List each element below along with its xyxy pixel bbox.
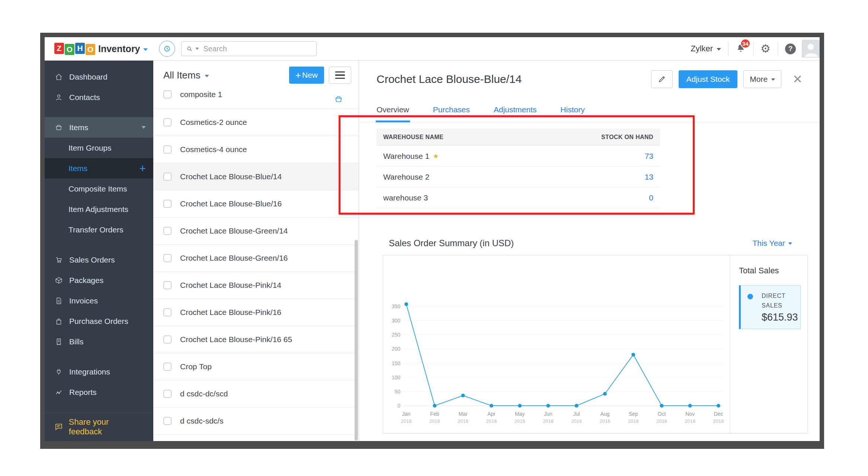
tab-history[interactable]: History — [560, 105, 584, 122]
basket-icon — [55, 123, 63, 132]
items-filter-dropdown[interactable]: All Items — [163, 70, 209, 81]
zoho-logo-icon: ZOHO — [54, 43, 95, 55]
basket-icon — [334, 95, 343, 104]
sidebar-item-packages[interactable]: Packages — [45, 270, 153, 290]
svg-text:Jun: Jun — [544, 411, 552, 417]
sidebar-item-items[interactable]: Items — [45, 117, 153, 138]
item-checkbox[interactable] — [163, 390, 172, 398]
stock-on-hand-link[interactable]: 73 — [645, 152, 653, 161]
col-warehouse-name: WAREHOUSE NAME — [383, 134, 443, 141]
svg-text:100: 100 — [392, 374, 401, 380]
more-label: More — [750, 75, 768, 84]
sidebar-item-label: Items — [68, 164, 87, 173]
share-feedback-button[interactable]: Share your feedback — [45, 412, 153, 441]
item-checkbox[interactable] — [163, 200, 172, 208]
list-menu-button[interactable] — [329, 67, 351, 84]
list-item[interactable]: Crochet Lace Blouse-Green/14 — [153, 218, 359, 245]
direct-sales-card[interactable]: DIRECT SALES $615.93 — [739, 285, 801, 329]
list-item[interactable]: Cosmetics-2 ounce — [153, 109, 359, 136]
tab-adjustments[interactable]: Adjustments — [494, 105, 537, 122]
sidebar-item-item-adjustments[interactable]: Item Adjustments — [45, 199, 153, 219]
table-row[interactable]: warehouse 3 0 — [377, 187, 660, 208]
stock-on-hand-link[interactable]: 0 — [649, 193, 653, 202]
notifications-button[interactable]: 34 — [736, 43, 746, 55]
list-item[interactable]: d csdc-dc/scd — [153, 380, 359, 408]
item-name: Crochet Lace Blouse-Pink/16 — [180, 308, 281, 317]
recent-activity-button[interactable] — [159, 41, 175, 57]
list-item[interactable]: Crop Top — [153, 353, 359, 380]
svg-text:0: 0 — [397, 403, 400, 409]
search-scope-caret-icon[interactable] — [195, 48, 199, 50]
item-checkbox[interactable] — [163, 254, 172, 262]
new-item-button[interactable]: + New — [289, 67, 324, 84]
sidebar-item-item-groups[interactable]: Item Groups — [45, 138, 153, 158]
divider — [753, 41, 753, 56]
list-scrollbar[interactable] — [355, 240, 358, 441]
sidebar-item-bills[interactable]: Bills — [45, 331, 153, 352]
item-checkbox[interactable] — [163, 173, 172, 181]
svg-text:300: 300 — [392, 318, 401, 324]
close-icon[interactable]: ✕ — [792, 73, 803, 85]
stock-on-hand-link[interactable]: 13 — [645, 173, 653, 181]
sales-summary-section: Sales Order Summary (in USD) This Year 0… — [383, 238, 808, 434]
list-item[interactable]: Cosmetics-4 ounce — [153, 136, 359, 163]
svg-text:Jan: Jan — [402, 411, 411, 417]
svg-text:350: 350 — [392, 303, 401, 309]
sidebar-item-contacts[interactable]: Contacts — [45, 87, 153, 107]
list-item[interactable]: Crochet Lace Blouse-Pink/16 65 — [153, 326, 359, 353]
list-item[interactable]: Crochet Lace Blouse-Pink/16 — [153, 299, 359, 326]
tab-overview[interactable]: Overview — [377, 105, 409, 122]
list-item[interactable]: Crochet Lace Blouse-Blue/14 — [153, 163, 359, 190]
table-row[interactable]: Warehouse 1 ★ 73 — [377, 146, 660, 167]
table-row[interactable]: Warehouse 2 13 — [377, 167, 660, 187]
home-icon — [55, 73, 63, 81]
sidebar-item-label: Packages — [69, 276, 103, 285]
item-checkbox[interactable] — [163, 363, 172, 371]
item-name: d csdc-sdc/s — [180, 416, 224, 425]
item-checkbox[interactable] — [163, 335, 172, 344]
edit-button[interactable] — [651, 70, 673, 88]
item-checkbox[interactable] — [163, 417, 172, 425]
item-checkbox[interactable] — [163, 145, 172, 154]
item-checkbox[interactable] — [163, 90, 172, 99]
sidebar-item-transfer-orders[interactable]: Transfer Orders — [45, 219, 153, 240]
chevron-down-icon — [717, 48, 721, 51]
zoho-inventory-logo[interactable]: ZOHO Inventory — [54, 43, 148, 55]
list-item[interactable]: d csdc-sdc/s — [153, 408, 359, 435]
item-checkbox[interactable] — [163, 118, 172, 126]
sidebar-item-composite-items[interactable]: Composite Items — [45, 178, 153, 199]
items-list-panel: All Items + New composite 1 Cosmetics-2 … — [153, 61, 359, 441]
search-input[interactable]: Search — [181, 41, 317, 56]
detail-tabs: OverviewPurchasesAdjustmentsHistory — [359, 105, 820, 122]
brand-product-name: Inventory — [98, 44, 140, 54]
item-checkbox[interactable] — [163, 308, 172, 316]
list-item[interactable]: Crochet Lace Blouse-Blue/16 — [153, 190, 359, 218]
list-item[interactable]: Crochet Lace Blouse-Pink/14 — [153, 272, 359, 299]
total-sales-value: $615.93 — [762, 312, 798, 323]
adjust-stock-button[interactable]: Adjust Stock — [679, 70, 738, 88]
org-selector[interactable]: Zylker — [691, 44, 721, 54]
warehouse-name: Warehouse 1 — [383, 152, 429, 161]
sidebar-gap — [45, 240, 153, 250]
tab-purchases[interactable]: Purchases — [433, 105, 470, 122]
user-avatar[interactable] — [802, 40, 820, 58]
sidebar-item-invoices[interactable]: Invoices — [45, 290, 153, 311]
item-checkbox[interactable] — [163, 227, 172, 235]
sidebar-item-purchase-orders[interactable]: Purchase Orders — [45, 311, 153, 331]
more-button[interactable]: More — [743, 70, 781, 88]
period-dropdown[interactable]: This Year — [752, 239, 792, 248]
top-right-controls: Zylker 34 ⚙ ? — [691, 37, 820, 60]
sidebar-item-integrations[interactable]: Integrations — [45, 361, 153, 382]
sidebar-item-dashboard[interactable]: Dashboard — [45, 67, 153, 87]
logo-letter: O — [86, 44, 95, 55]
list-item[interactable]: Crochet Lace Blouse-Green/16 — [153, 245, 359, 272]
warehouse-table: WAREHOUSE NAME STOCK ON HAND Warehouse 1… — [377, 129, 660, 208]
help-button[interactable]: ? — [785, 44, 796, 54]
sidebar-item-items[interactable]: Items+ — [45, 158, 153, 178]
sidebar-item-reports[interactable]: Reports — [45, 382, 153, 402]
sidebar-item-sales-orders[interactable]: Sales Orders — [45, 250, 153, 270]
feedback-label: Share your feedback — [69, 417, 144, 437]
list-item[interactable]: composite 1 — [153, 90, 359, 109]
item-checkbox[interactable] — [163, 281, 172, 289]
settings-gear-icon[interactable]: ⚙ — [760, 43, 771, 54]
